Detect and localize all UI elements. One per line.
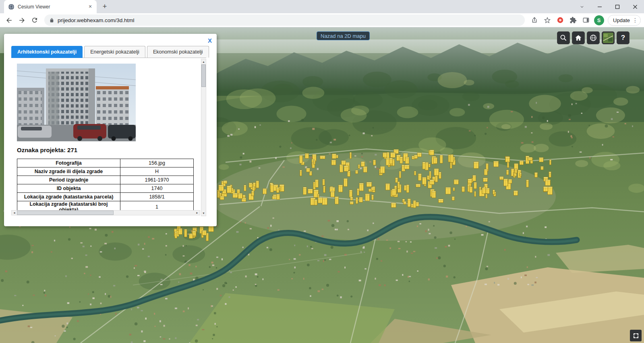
hscroll-thumb[interactable] [17, 211, 114, 215]
scroll-up-icon[interactable]: ▲ [201, 59, 206, 64]
attribute-value: 156.jpg [120, 159, 194, 167]
browser-tab[interactable]: Cesium Viewer × [4, 0, 97, 13]
building-photo [17, 64, 136, 141]
table-row: ID objekta1740 [17, 184, 194, 193]
vscroll-thumb[interactable] [201, 64, 206, 87]
panel-vertical-scrollbar[interactable]: ▲ ▼ [201, 59, 206, 216]
share-icon[interactable] [529, 14, 540, 26]
attributes-table: Fotografija156.jpgNaziv zgrade ili dijel… [17, 159, 194, 213]
update-label: Update [613, 17, 630, 23]
scroll-left-icon[interactable]: ◄ [12, 211, 17, 215]
new-tab-button[interactable]: + [99, 1, 110, 12]
attribute-label: ID objekta [17, 184, 120, 193]
attribute-label: Lokacija zgrade (katastarska parcela) [17, 193, 120, 201]
table-row: Period izgradnje1961-1970 [17, 176, 194, 184]
url-bar[interactable]: prijedor.webhexam.com/3d.html [44, 14, 525, 26]
scroll-right-icon[interactable]: ► [195, 211, 200, 215]
browser-toolbar: prijedor.webhexam.com/3d.html S Update ⋮ [0, 13, 644, 27]
base-layer-picker-button[interactable] [602, 31, 615, 44]
table-row: Naziv zgrade ili dijela zgradeH [17, 167, 194, 176]
geocoder-search-button[interactable] [557, 31, 570, 44]
attribute-value: H [120, 167, 194, 176]
home-view-button[interactable] [572, 31, 585, 44]
scroll-down-icon[interactable]: ▼ [201, 211, 206, 216]
maximize-button[interactable] [609, 0, 626, 13]
fullscreen-expand-icon [632, 332, 640, 339]
table-row: Fotografija156.jpg [17, 159, 194, 167]
attribute-value: 1961-1970 [120, 176, 194, 184]
tab-arhitektonski[interactable]: Arhitektonski pokazatelji [11, 46, 83, 58]
attribute-label: Naziv zgrade ili dijela zgrade [17, 167, 120, 176]
attribute-value: 1740 [120, 184, 194, 193]
attribute-label: Fotografija [17, 159, 120, 167]
imagery-thumbnail [603, 33, 613, 43]
panel-close-button[interactable]: X [208, 37, 212, 44]
town-center-tint [209, 152, 556, 241]
cesium-favicon-icon [8, 4, 14, 10]
extensions-puzzle-icon[interactable] [567, 14, 579, 26]
tab-strip: Cesium Viewer × + [0, 0, 644, 13]
back-button[interactable] [3, 14, 14, 26]
help-label: ? [621, 34, 625, 42]
panel-tabs: Arhitektonski pokazatelji Energetski pok… [11, 46, 206, 58]
scene-mode-button[interactable] [587, 31, 600, 44]
panel-horizontal-scrollbar[interactable]: ◄ ► [11, 210, 200, 215]
table-row: Lokacija zgrade (katastarska parcela)185… [17, 193, 194, 201]
browser-window: Cesium Viewer × + [0, 0, 644, 343]
tab-close-icon[interactable]: × [87, 4, 93, 10]
back-to-2d-button[interactable]: Nazad na 2D mapu [317, 31, 370, 40]
reload-button[interactable] [29, 14, 40, 26]
lock-icon[interactable] [49, 18, 54, 23]
tab-title: Cesium Viewer [18, 4, 84, 10]
search-icon [559, 34, 567, 42]
tab-ekonomski[interactable]: Ekonomski pokazatelji [147, 46, 209, 58]
browser-menu-icon[interactable]: ⋮ [632, 17, 638, 23]
url-text: prijedor.webhexam.com/3d.html [58, 17, 135, 23]
tab-energetski[interactable]: Energetski pokazatelji [84, 46, 145, 58]
attribute-value: 1858/1 [120, 193, 194, 201]
project-label: Oznaka projekta: 271 [17, 147, 77, 153]
building-info-panel: X Arhitektonski pokazatelji Energetski p… [4, 34, 217, 226]
side-panel-icon[interactable] [580, 14, 592, 26]
attribute-label: Period izgradnje [17, 176, 120, 184]
cesium-toolbar: ? [557, 31, 630, 44]
forward-button[interactable] [16, 14, 27, 26]
mountain-haze [189, 39, 644, 92]
bookmark-star-icon[interactable] [542, 14, 553, 26]
window-controls [573, 0, 644, 13]
minimize-button[interactable] [591, 0, 609, 13]
help-button[interactable]: ? [617, 31, 630, 44]
tab-search-chevron-icon[interactable] [573, 0, 591, 13]
globe-icon [589, 34, 597, 42]
home-icon [574, 34, 582, 42]
cesium-viewport: Nazad na 2D mapu [0, 27, 644, 343]
profile-avatar[interactable]: S [593, 14, 605, 26]
close-window-button[interactable] [626, 0, 644, 13]
adblock-extension-icon[interactable] [555, 14, 566, 26]
fullscreen-button[interactable] [630, 330, 642, 341]
panel-table-body: Fotografija156.jpgNaziv zgrade ili dijel… [17, 159, 194, 213]
update-button[interactable]: Update ⋮ [608, 15, 641, 26]
